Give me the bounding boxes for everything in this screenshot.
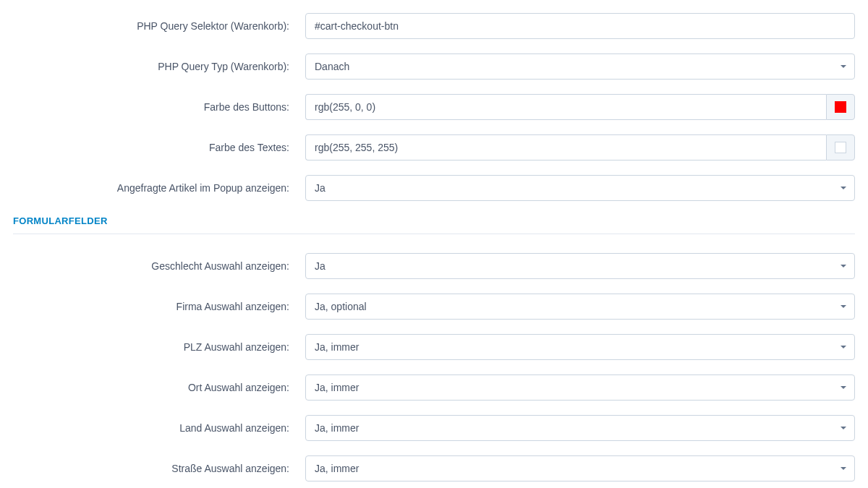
select-wrap: Danach <box>305 53 855 80</box>
select-wrap: Ja <box>305 253 855 279</box>
control-wrap: Ja, immer <box>305 334 855 360</box>
select-city[interactable]: Ja, immer <box>305 374 855 401</box>
select-wrap: Ja <box>305 175 855 201</box>
row-country: Land Auswahl anzeigen: Ja, immer <box>13 415 855 441</box>
control-wrap: Ja, immer <box>305 455 855 481</box>
control-wrap: Ja, immer <box>305 415 855 441</box>
select-wrap: Ja, immer <box>305 415 855 441</box>
text-color-swatch <box>835 142 846 153</box>
label-show-requested-popup: Angefragte Artikel im Popup anzeigen: <box>13 182 305 194</box>
row-text-color: Farbe des Textes: <box>13 134 855 160</box>
text-color-swatch-button[interactable] <box>826 134 855 160</box>
control-wrap <box>305 13 855 39</box>
label-php-query-type-cart: PHP Query Typ (Warenkorb): <box>13 61 305 72</box>
select-show-requested-popup[interactable]: Ja <box>305 175 855 201</box>
label-zip: PLZ Auswahl anzeigen: <box>13 341 305 353</box>
control-wrap <box>305 94 855 120</box>
row-gender: Geschlecht Auswahl anzeigen: Ja <box>13 253 855 279</box>
row-show-requested-popup: Angefragte Artikel im Popup anzeigen: Ja <box>13 175 855 201</box>
label-city: Ort Auswahl anzeigen: <box>13 382 305 393</box>
row-company: Firma Auswahl anzeigen: Ja, optional <box>13 294 855 320</box>
row-city: Ort Auswahl anzeigen: Ja, immer <box>13 374 855 401</box>
select-street[interactable]: Ja, immer <box>305 455 855 481</box>
button-color-swatch <box>835 101 846 113</box>
label-street: Straße Auswahl anzeigen: <box>13 463 305 474</box>
control-wrap: Ja <box>305 253 855 279</box>
select-wrap: Ja, immer <box>305 455 855 481</box>
label-php-query-selector-cart: PHP Query Selektor (Warenkorb): <box>13 20 305 32</box>
row-php-query-selector-cart: PHP Query Selektor (Warenkorb): <box>13 13 855 39</box>
select-wrap: Ja, immer <box>305 334 855 360</box>
control-wrap: Ja, optional <box>305 294 855 320</box>
label-company: Firma Auswahl anzeigen: <box>13 301 305 312</box>
control-wrap: Ja, immer <box>305 374 855 401</box>
select-country[interactable]: Ja, immer <box>305 415 855 441</box>
select-wrap: Ja, immer <box>305 374 855 401</box>
control-wrap <box>305 134 855 160</box>
control-wrap: Ja <box>305 175 855 201</box>
label-gender: Geschlecht Auswahl anzeigen: <box>13 260 305 272</box>
button-color-swatch-button[interactable] <box>826 94 855 120</box>
row-street: Straße Auswahl anzeigen: Ja, immer <box>13 455 855 481</box>
select-company[interactable]: Ja, optional <box>305 294 855 320</box>
select-php-query-type-cart[interactable]: Danach <box>305 53 855 80</box>
input-php-query-selector-cart[interactable] <box>305 13 855 39</box>
label-country: Land Auswahl anzeigen: <box>13 422 305 434</box>
control-wrap: Danach <box>305 53 855 80</box>
select-gender[interactable]: Ja <box>305 253 855 279</box>
label-button-color: Farbe des Buttons: <box>13 101 305 113</box>
row-zip: PLZ Auswahl anzeigen: Ja, immer <box>13 334 855 360</box>
input-button-color[interactable] <box>305 94 826 120</box>
color-group-button <box>305 94 855 120</box>
row-button-color: Farbe des Buttons: <box>13 94 855 120</box>
color-group-text <box>305 134 855 160</box>
section-divider <box>13 234 855 234</box>
select-zip[interactable]: Ja, immer <box>305 334 855 360</box>
section-header-formularfelder: FORMULARFELDER <box>13 215 855 226</box>
select-wrap: Ja, optional <box>305 294 855 320</box>
input-text-color[interactable] <box>305 134 826 160</box>
label-text-color: Farbe des Textes: <box>13 142 305 153</box>
row-php-query-type-cart: PHP Query Typ (Warenkorb): Danach <box>13 53 855 80</box>
